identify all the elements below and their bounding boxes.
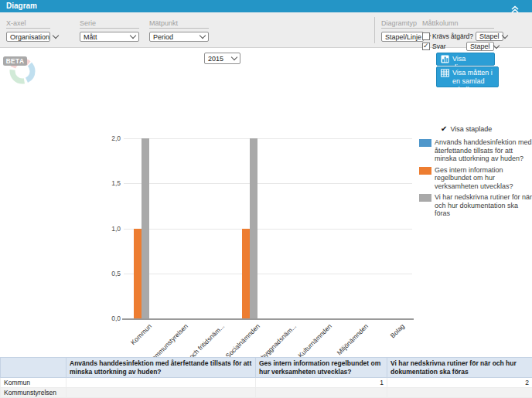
series-value: Mått	[84, 33, 97, 41]
value-cell	[66, 388, 256, 398]
y-tick-label: 1,5	[97, 179, 121, 187]
chart-legend: Används handdesinfektion med återfettand…	[418, 138, 532, 221]
app-window: Diagram X-axel Organisation Serie Mått M…	[0, 0, 532, 398]
column-header: Vi har nedskrivna rutiner för när och hu…	[387, 358, 532, 378]
page-title: Diagram	[6, 0, 37, 12]
value-cell	[387, 388, 532, 398]
column-header	[1, 358, 66, 378]
gridline	[124, 138, 412, 139]
measure-point-value: Period	[153, 33, 173, 41]
bar-chart-icon	[441, 55, 449, 63]
x-axis-group: X-axel Organisation	[6, 19, 50, 42]
collapse-panel-icon[interactable]	[510, 2, 520, 10]
x-axis-value: Organisation	[10, 33, 49, 41]
kravs-atgard-checkbox[interactable]	[422, 32, 430, 40]
legend-swatch	[419, 139, 431, 147]
kravs-atgard-row: Krävs åtgärd? Stapel	[422, 32, 494, 41]
beta-logo: BETA	[2, 49, 39, 91]
chart-type-group: Diagramtyp Stapel/Linje	[381, 19, 424, 42]
legend-label: Ges intern information regelbundet om hu…	[435, 166, 532, 191]
results-table: Används handdesinfektion med återfettand…	[0, 357, 532, 398]
chevron-down-icon	[53, 32, 59, 39]
visa-tabell-label: Visa måtten i en samlad tabell	[452, 69, 494, 94]
panel-divider	[374, 17, 375, 43]
legend-item: Ges intern information regelbundet om hu…	[418, 166, 532, 191]
legend-swatch	[419, 194, 431, 202]
measure-point-label: Mätpunkt	[149, 19, 209, 29]
svar-select-value: Stapel	[470, 43, 490, 50]
chart-type-label: Diagramtyp	[381, 19, 424, 29]
column-header: Ges intern information regelbundet om hu…	[256, 358, 387, 378]
measure-column-group: Måttkolumn Krävs åtgärd? Stapel Svar Sta…	[422, 19, 494, 52]
y-tick-label: 0,5	[97, 270, 121, 277]
double-chevron-up-icon	[510, 5, 520, 13]
y-tick-label: 1,0	[97, 225, 121, 233]
value-cell	[66, 378, 256, 388]
bar-series-1	[242, 229, 250, 319]
chevron-down-icon	[502, 32, 508, 38]
measure-column-label: Måttkolumn	[422, 19, 494, 29]
legend-swatch	[419, 167, 431, 175]
x-axis-select[interactable]: Organisation	[6, 32, 50, 42]
chevron-down-icon	[231, 54, 237, 60]
chevron-down-icon	[493, 42, 499, 48]
svar-row: Svar Stapel	[422, 42, 494, 51]
kravs-atgard-select-value: Stapel	[479, 32, 500, 40]
chevron-down-icon	[130, 32, 136, 39]
column-header: Används handdesinfektion med återfettand…	[66, 358, 256, 378]
measure-point-select[interactable]: Period	[149, 32, 209, 42]
x-axis-line	[122, 318, 414, 320]
gridline	[124, 274, 412, 274]
table-row: Kommunstyrelsen	[1, 388, 532, 398]
bar-series-2	[142, 138, 149, 318]
value-cell	[256, 388, 387, 398]
legend-item: Vi har nedskrivna rutiner för när och hu…	[418, 193, 532, 218]
chart-type-value: Stapel/Linje	[385, 33, 421, 41]
header-bar: Diagram	[0, 0, 532, 12]
series-group: Serie Mått	[80, 19, 139, 42]
bar-series-1	[134, 229, 142, 319]
measure-point-group: Mätpunkt Period	[149, 19, 209, 42]
org-name-cell: Kommun	[1, 378, 66, 388]
bar-series-2	[250, 138, 257, 318]
x-axis-label: X-axel	[6, 19, 50, 29]
value-cell: 1	[256, 378, 387, 388]
svar-label: Svar	[432, 43, 464, 50]
check-icon: ✔	[441, 125, 447, 133]
year-value: 2015	[208, 55, 223, 63]
svar-checkbox[interactable]	[422, 43, 430, 50]
y-tick-label: 2,0	[97, 134, 121, 142]
table-header-row: Används handdesinfektion med återfettand…	[1, 358, 532, 378]
kravs-atgard-select[interactable]: Stapel	[476, 32, 503, 41]
visa-diagram-button[interactable]: Visa diagram	[436, 53, 495, 66]
legend-label: Används handdesinfektion med återfettand…	[435, 138, 532, 163]
table-grid-icon	[441, 69, 449, 77]
y-tick-label: 0,0	[97, 315, 121, 322]
control-panel: X-axel Organisation Serie Mått Mätpunkt …	[0, 12, 532, 48]
kravs-atgard-label: Krävs åtgärd?	[432, 32, 473, 40]
chevron-down-icon	[200, 32, 206, 39]
stacked-toggle-label: Visa staplade	[450, 125, 492, 133]
table-row: Kommun12	[1, 378, 532, 388]
year-select[interactable]: 2015	[204, 53, 240, 64]
chart-type-select[interactable]: Stapel/Linje	[381, 32, 424, 42]
table-body: Kommun12Kommunstyrelsen	[1, 378, 532, 398]
org-name-cell: Kommunstyrelsen	[1, 388, 66, 398]
value-cell: 2	[387, 378, 532, 388]
gridline	[124, 229, 412, 230]
legend-item: Används handdesinfektion med återfettand…	[418, 138, 532, 163]
series-select[interactable]: Mått	[80, 32, 139, 42]
legend-label: Vi har nedskrivna rutiner för när och hu…	[435, 193, 532, 218]
svg-text:BETA: BETA	[6, 58, 25, 65]
gridline	[124, 183, 412, 184]
visa-tabell-button[interactable]: Visa måtten i en samlad tabell	[436, 66, 499, 87]
stacked-toggle[interactable]: ✔ Visa staplade	[441, 125, 492, 133]
series-label: Serie	[80, 19, 139, 29]
svar-select[interactable]: Stapel	[466, 42, 494, 51]
